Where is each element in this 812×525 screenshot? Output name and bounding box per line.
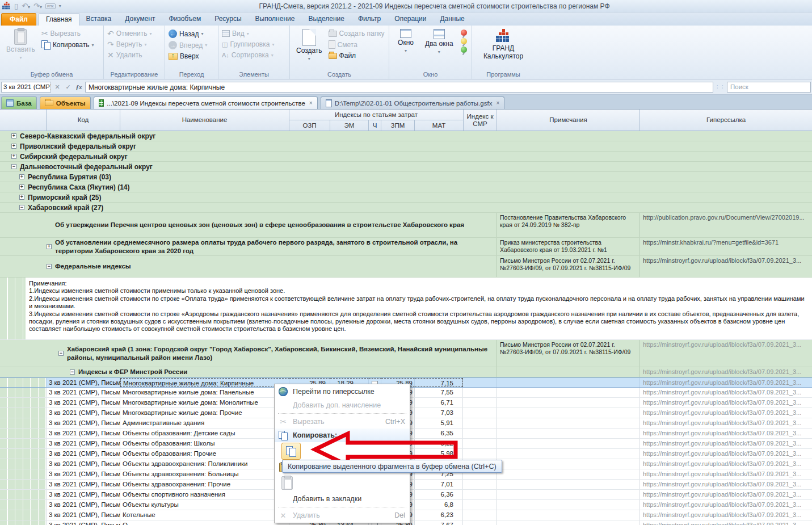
code-cell[interactable]: 3 кв 2021 (СМР), Письмо [47,418,120,428]
tab-base[interactable]: База [1,96,37,109]
smr-cell[interactable] [463,490,497,499]
document-row[interactable]: Об утверждении Перечня центров ценовых з… [0,213,812,238]
hyperlink-cell[interactable]: https://minstroyrf.gov.ru/upload/iblock/… [640,367,812,377]
view-button[interactable]: Вид▾ [222,30,274,37]
hyperlink-cell[interactable]: https://minstr.khabkrai.ru/?menu=getfile… [640,238,812,255]
code-cell[interactable]: 3 кв 2021 (СМР), Письмо [47,378,120,387]
notes-cell[interactable] [497,510,640,520]
search-input[interactable]: Поиск [727,82,811,93]
mat-cell[interactable]: 5,91 [415,418,463,428]
menu-item-copy[interactable]: Копировать: [275,429,410,442]
name-cell[interactable]: Многоквартирные жилые дома: Монолитные [120,398,289,408]
hyperlink-cell[interactable]: https://minstroyrf.gov.ru/upload/iblock/… [640,490,812,499]
mat-cell[interactable]: 5,22 [415,439,463,448]
smr-cell[interactable] [463,480,497,489]
header-ozp[interactable]: ОЗП [289,120,330,131]
menu-item-delete[interactable]: ✕ Удалить Del [275,509,410,522]
name-cell[interactable]: Объекты образования: Прочие [120,449,289,459]
expander-icon[interactable]: + [19,184,24,190]
hyperlink-cell[interactable]: https://minstroyrf.gov.ru/upload/iblock/… [640,256,812,277]
code-cell[interactable]: 3 кв 2021 (СМР), Письмо [47,449,120,459]
header-ch[interactable]: Ч [369,120,381,131]
menu-item-bookmarks[interactable]: Добавить в закладки [275,492,410,506]
hyperlink-cell[interactable]: https://minstroyrf.gov.ru/upload/iblock/… [640,340,812,367]
tree-row[interactable]: + Республика Бурятия (03) [0,172,812,182]
ribbon-tab-Выполнение[interactable]: Выполнение [249,13,302,26]
hyperlink-cell[interactable]: https://minstroyrf.gov.ru/upload/iblock/… [640,510,812,520]
cell-reference-box[interactable]: 3 кв 2021 (СМР) [1,82,51,93]
green-pin-icon[interactable] [461,47,467,53]
notes-cell[interactable] [497,439,640,448]
forward-button[interactable]: →Вперед▾ [169,41,207,49]
create-button[interactable]: Создать▾ [293,27,325,70]
hyperlink-cell[interactable]: http://publication.pravo.gov.ru/Document… [640,213,812,237]
code-cell[interactable]: 3 кв 2021 (СМР), Письмо [47,398,120,408]
notes-cell[interactable] [497,378,640,387]
expander-icon[interactable]: + [19,195,24,200]
document-row[interactable]: − Федеральные индексы Письмо Минстроя Ро… [0,256,812,278]
code-cell[interactable]: 3 кв 2021 (СМР), Письмо [47,500,120,510]
menu-item-go-hyperlink[interactable]: Перейти по гиперссылке [275,385,410,398]
tree-row[interactable]: + Приморский край (25) [0,192,812,203]
ribbon-tab-Данные[interactable]: Данные [433,13,471,26]
code-cell[interactable]: 3 кв 2021 (СМР), Письмо [47,439,120,448]
header-code[interactable]: Код [47,110,120,131]
ribbon-tab-Ресурсы[interactable]: Ресурсы [208,13,248,26]
tab-works-document[interactable]: D:\Temp\2\02-01-01 Общестроительные рабо… [321,96,505,109]
notes-cell[interactable] [497,480,640,489]
delete-button[interactable]: ✕Удалить [107,51,152,59]
cancel-icon[interactable]: ✕ [53,83,62,91]
create-folder-button[interactable]: Создать папку [329,30,385,37]
mat-cell[interactable]: 7,67 [415,520,463,525]
name-cell[interactable]: Объекты образования: Школы [120,439,289,448]
red-pin-icon[interactable] [461,30,467,36]
mat-cell[interactable]: 7,15 [415,378,463,387]
name-cell[interactable]: Многоквартирные жилые дома: Прочие [120,408,289,418]
yellow-pin-icon[interactable] [461,38,467,44]
expander-icon[interactable]: − [70,369,75,375]
copy-button[interactable]: Копировать▾ [41,40,94,49]
undo-icon[interactable]: ↶▾ [22,2,30,10]
name-cell[interactable]: Объекты здравоохранения: Поликлиники [120,459,289,469]
smr-cell[interactable] [463,398,497,408]
header-notes[interactable]: Примечания [497,110,640,131]
notes-cell[interactable] [497,388,640,397]
mat-cell[interactable]: 6,8 [415,500,463,510]
fer-indices-row[interactable]: − Индексы к ФЕР Минстрой России https://… [0,367,812,377]
hyperlink-cell[interactable]: https://minstroyrf.gov.ru/upload/iblock/… [640,429,812,438]
mat-cell[interactable]: 6,71 [415,398,463,408]
code-cell[interactable]: 3 кв 2021 (СМР), Письмо [47,469,120,479]
name-cell[interactable]: Многоквартирные жилые дома: Кирпичные [120,378,289,387]
notes-cell[interactable] [497,490,640,499]
smr-cell[interactable] [463,449,497,459]
hyperlink-cell[interactable]: https://minstroyrf.gov.ru/upload/iblock/… [640,378,812,387]
name-cell[interactable]: Объекты здравоохранения: Больницы [120,469,289,479]
smr-cell[interactable] [463,408,497,418]
ribbon-tab-Фильтр[interactable]: Фильтр [351,13,388,26]
ribbon-tab-Документ[interactable]: Документ [118,13,162,26]
hyperlink-cell[interactable]: https://minstroyrf.gov.ru/upload/iblock/… [640,398,812,408]
notes-cell[interactable] [497,469,640,479]
name-cell[interactable]: Административные здания [120,418,289,428]
ribbon-tab-Физобъем[interactable]: Физобъем [162,13,208,26]
cut-button[interactable]: ✂ Вырезать [41,30,94,37]
code-cell[interactable]: 3 кв 2021 (СМР), Письмо [47,388,120,397]
ribbon-tab-Выделение[interactable]: Выделение [301,13,351,26]
expander-icon[interactable]: − [58,351,64,356]
grouping-button[interactable]: ◫Группировка▾ [222,40,274,48]
code-cell[interactable]: 3 кв 2021 (СМР), Письмо [47,510,120,520]
smr-cell[interactable] [463,439,497,448]
save-icon[interactable]: ▯ [14,2,18,10]
hyperlink-cell[interactable]: https://minstroyrf.gov.ru/upload/iblock/… [640,500,812,510]
up-button[interactable]: Вверх [169,52,207,60]
ribbon-tab-Вставка[interactable]: Вставка [79,13,119,26]
smr-cell[interactable] [463,378,497,387]
code-cell[interactable]: 3 кв 2021 (СМР), Письмо [47,459,120,469]
notes-cell[interactable] [497,500,640,510]
tab-indices-document[interactable]: ...\2021-09 Индексы пересчета сметной ст… [94,96,318,109]
file-tab[interactable]: Файл [1,13,36,26]
mat-cell[interactable]: 6,35 [415,429,463,438]
notes-cell[interactable] [497,398,640,408]
copy-fragment-highlight[interactable] [281,443,301,460]
hyperlink-cell[interactable]: https://minstroyrf.gov.ru/upload/iblock/… [640,388,812,397]
